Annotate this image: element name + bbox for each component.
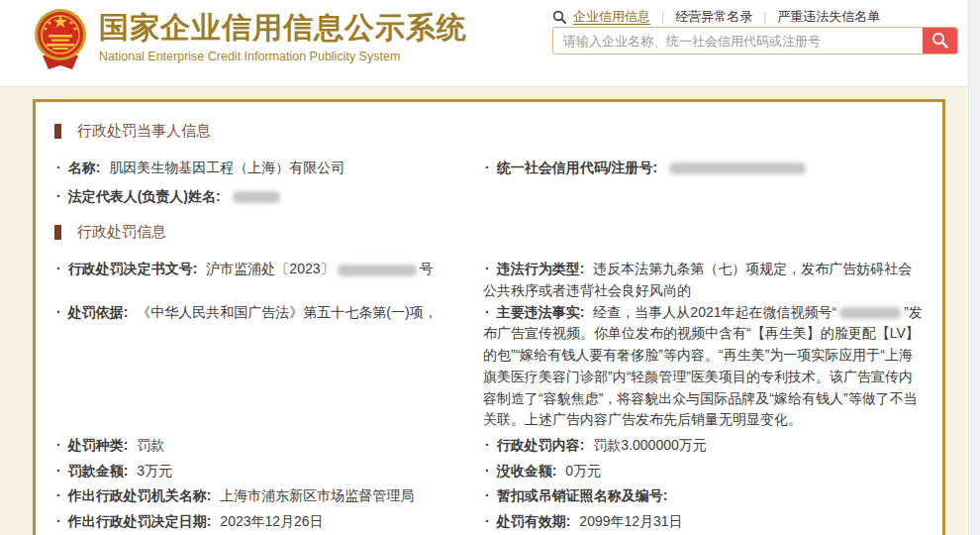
top-nav: 企业信用信息 | 经营异常名录 | 严重违法失信名单 — [552, 8, 880, 26]
field-decision-doc-number: ·行政处罚决定书文号:沪市监浦处〔2023〕号 — [54, 259, 483, 280]
field-label: 作出行政处罚机关名称: — [68, 487, 212, 503]
field-label: 处罚种类: — [68, 437, 129, 453]
field-legal-representative: ·法定代表人(负责人)姓名: — [54, 186, 483, 208]
field-label: 罚款金额: — [68, 463, 129, 479]
field-value: 3万元 — [137, 463, 172, 479]
redacted-value — [338, 265, 417, 276]
field-label: 处罚依据: — [68, 304, 129, 320]
section-header-penalty: 行政处罚信息 — [54, 223, 929, 242]
search-bar — [552, 27, 958, 54]
search-icon — [552, 10, 566, 24]
site-header: 国家企业信用信息公示系统 National Enterprise Credit … — [0, 0, 980, 87]
field-label: 名称: — [68, 160, 101, 175]
field-value: 罚款3.000000万元 — [593, 437, 706, 453]
redacted-value — [669, 162, 806, 174]
field-value-suffix: 号 — [420, 261, 434, 276]
search-button-icon — [931, 32, 948, 52]
field-value: 罚款 — [137, 437, 164, 453]
field-value-after: ”发布广告宣传视频。你单位发布的视频中含有“【再生美】的脸更配【LV】的包”“嫁… — [483, 304, 923, 427]
field-value: 上海市浦东新区市场监督管理局 — [220, 487, 414, 503]
field-value: 0万元 — [565, 463, 601, 479]
nav-separator: | — [763, 10, 766, 24]
search-input[interactable] — [553, 28, 923, 54]
field-value-prefix: 沪市监浦处〔2023〕 — [206, 261, 334, 276]
nav-tab-abnormal-operations[interactable]: 经营异常名录 — [675, 8, 752, 26]
field-value-before: 经查，当事人从2021年起在微信视频号“ — [593, 304, 836, 320]
field-value: 肌因美生物基因工程（上海）有限公司 — [109, 160, 344, 175]
field-main-illegal-facts: ·主要违法事实:经查，当事人从2021年起在微信视频号“”发布广告宣传视频。你单… — [483, 302, 929, 431]
nav-tab-serious-violations[interactable]: 严重违法失信名单 — [777, 8, 880, 26]
nav-tab-enterprise-credit[interactable]: 企业信用信息 — [573, 8, 650, 26]
field-fine-amount: ·罚款金额:3万元 — [54, 461, 483, 482]
national-emblem-logo — [33, 8, 88, 71]
field-label: 处罚有效期: — [497, 513, 571, 529]
section-marker — [54, 225, 61, 240]
field-violation-type: ·违法行为类型:违反本法第九条第（七）项规定，发布广告妨碍社会公共秩序或者违背社… — [483, 259, 929, 301]
field-label: 法定代表人(负责人)姓名: — [68, 188, 221, 204]
field-label: 暂扣或吊销证照名称及编号: — [497, 487, 668, 503]
field-validity-date: ·处罚有效期:2099年12月31日 — [483, 511, 929, 533]
site-title: 国家企业信用信息公示系统 — [99, 8, 467, 48]
field-label: 没收金额: — [497, 463, 557, 479]
search-button[interactable] — [923, 28, 957, 54]
field-value: 2099年12月31日 — [579, 513, 682, 529]
field-penalty-content: ·行政处罚内容:罚款3.000000万元 — [483, 435, 929, 457]
redacted-value — [839, 307, 901, 319]
field-penalty-authority: ·作出行政处罚机关名称:上海市浦东新区市场监督管理局 — [54, 485, 483, 507]
section-header-party: 行政处罚当事人信息 — [54, 122, 929, 141]
field-value: 《中华人民共和国广告法》第五十七条第(一)项， — [137, 304, 437, 320]
field-label: 主要违法事实: — [497, 304, 585, 320]
field-credit-code: ·统一社会信用代码/注册号: — [483, 158, 929, 179]
penalty-detail-panel: 行政处罚当事人信息 ·名称:肌因美生物基因工程（上海）有限公司 ·统一社会信用代… — [33, 99, 945, 535]
field-penalty-kind: ·处罚种类:罚款 — [54, 435, 483, 457]
field-confiscation-amount: ·没收金额:0万元 — [483, 461, 929, 482]
field-label: 统一社会信用代码/注册号: — [497, 160, 658, 175]
field-penalty-basis: ·处罚依据:《中华人民共和国广告法》第五十七条第(一)项， — [54, 302, 483, 324]
site-subtitle: National Enterprise Credit Information P… — [99, 50, 467, 63]
field-license-revocation: ·暂扣或吊销证照名称及编号: — [483, 485, 929, 507]
scrollbar[interactable] — [968, 0, 980, 535]
section-title: 行政处罚当事人信息 — [77, 122, 211, 141]
field-value: 2023年12月26日 — [220, 513, 323, 529]
field-decision-date: ·作出行政处罚决定日期:2023年12月26日 — [54, 511, 483, 533]
field-label: 行政处罚内容: — [497, 437, 585, 453]
field-label: 行政处罚决定书文号: — [68, 261, 198, 276]
redacted-value — [233, 191, 280, 203]
field-company-name: ·名称:肌因美生物基因工程（上海）有限公司 — [54, 158, 483, 179]
field-label: 违法行为类型: — [497, 261, 585, 276]
nav-separator: | — [661, 10, 664, 24]
section-marker — [54, 124, 61, 139]
section-title: 行政处罚信息 — [77, 223, 166, 242]
field-label: 作出行政处罚决定日期: — [68, 513, 212, 529]
